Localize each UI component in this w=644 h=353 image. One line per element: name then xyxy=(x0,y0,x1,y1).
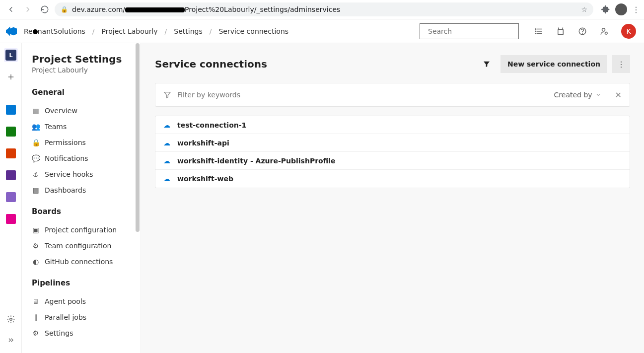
browser-chrome: 🔒 dev.azure.com/Project%20Labourly/_sett… xyxy=(0,0,644,19)
created-by-label: Created by xyxy=(554,91,592,99)
profile-avatar[interactable] xyxy=(615,3,627,15)
svg-rect-19 xyxy=(6,148,16,158)
extensions-icon[interactable] xyxy=(601,5,610,14)
section-boards: Boards xyxy=(32,207,141,216)
clear-filter-icon[interactable]: ✕ xyxy=(615,90,622,100)
svg-point-12 xyxy=(605,32,608,34)
url-text: dev.azure.com/Project%20Labourly/_settin… xyxy=(72,5,577,13)
breadcrumb-org[interactable]: RenantSolutions xyxy=(24,27,85,35)
sidebar-item-github[interactable]: ◐GitHub connections xyxy=(32,254,141,270)
forward-button[interactable] xyxy=(21,2,35,16)
user-avatar[interactable]: K xyxy=(621,24,636,39)
teams-icon: 👥 xyxy=(32,123,40,131)
agent-icon: 🖥 xyxy=(32,297,40,305)
user-settings-icon[interactable] xyxy=(599,26,609,36)
global-search[interactable] xyxy=(420,23,519,39)
new-service-connection-button[interactable]: New service connection xyxy=(501,55,607,73)
cloud-icon: ☁ xyxy=(163,175,170,183)
funnel-icon xyxy=(163,91,171,99)
project-config-icon: ▣ xyxy=(32,226,40,234)
sidebar-item-overview[interactable]: ▦Overview xyxy=(32,103,141,119)
breadcrumb: RenantSolutions / Project Labourly / Set… xyxy=(24,27,288,35)
page-subtitle: Project Labourly xyxy=(32,66,141,74)
connection-name: workshift-api xyxy=(177,139,229,147)
svg-point-23 xyxy=(9,318,12,321)
azure-devops-logo-icon[interactable] xyxy=(6,26,17,37)
rail-settings-icon[interactable] xyxy=(4,312,18,326)
sidebar-item-permissions[interactable]: 🔒Permissions xyxy=(32,135,141,150)
svg-point-11 xyxy=(602,28,605,31)
rail-project-icon[interactable]: L xyxy=(4,48,18,62)
connection-row[interactable]: ☁ workshift-api xyxy=(155,134,630,152)
sidebar-item-pipeline-settings[interactable]: ⚙Settings xyxy=(32,325,141,341)
rail-add-icon[interactable] xyxy=(4,70,18,84)
overview-icon: ▦ xyxy=(32,107,40,115)
svg-rect-17 xyxy=(6,105,16,115)
rail-artifacts-icon[interactable] xyxy=(4,212,18,226)
rail-pipelines-icon[interactable] xyxy=(4,168,18,182)
cloud-icon: ☁ xyxy=(163,157,170,165)
bookmark-star-icon[interactable]: ☆ xyxy=(581,5,587,13)
back-button[interactable] xyxy=(4,2,18,16)
svg-text:L: L xyxy=(9,52,12,59)
connection-row[interactable]: ☁ workshift-web xyxy=(155,170,630,188)
svg-point-10 xyxy=(582,33,583,33)
marketplace-icon[interactable] xyxy=(556,26,566,36)
connection-name: workshift-web xyxy=(177,175,233,183)
section-pipelines: Pipelines xyxy=(32,279,141,287)
svg-point-5 xyxy=(535,28,536,29)
address-bar[interactable]: 🔒 dev.azure.com/Project%20Labourly/_sett… xyxy=(55,2,593,16)
section-general: General xyxy=(32,88,141,97)
lock-icon: 🔒 xyxy=(61,6,68,13)
reload-button[interactable] xyxy=(38,2,52,16)
sidebar-item-dashboards[interactable]: ▤Dashboards xyxy=(32,182,141,198)
github-icon: ◐ xyxy=(32,258,40,266)
svg-rect-21 xyxy=(6,192,16,202)
page-title: Project Settings xyxy=(32,53,141,65)
filter-bar: Created by ✕ xyxy=(155,83,630,107)
svg-rect-8 xyxy=(558,29,564,35)
breadcrumb-project[interactable]: Project Labourly xyxy=(102,27,158,35)
team-config-icon: ⚙ xyxy=(32,242,40,250)
sidebar-item-project-config[interactable]: ▣Project configuration xyxy=(32,222,141,238)
sidebar-item-service-hooks[interactable]: ⚓Service hooks xyxy=(32,166,141,182)
svg-point-7 xyxy=(535,33,536,34)
filter-icon[interactable] xyxy=(478,55,496,73)
main-title: Service connections xyxy=(155,58,267,70)
created-by-dropdown[interactable]: Created by xyxy=(554,91,601,99)
rail-boards-icon[interactable] xyxy=(4,125,18,139)
rail-testplans-icon[interactable] xyxy=(4,190,18,204)
main-content: Service connections New service connecti… xyxy=(141,43,644,353)
hook-icon: ⚓ xyxy=(32,170,40,178)
breadcrumb-sep: / xyxy=(92,27,95,35)
connection-row[interactable]: ☁ workshift-identity - Azure-PublishProf… xyxy=(155,152,630,170)
svg-rect-22 xyxy=(6,214,16,224)
chevron-down-icon xyxy=(595,92,601,98)
svg-rect-18 xyxy=(6,127,16,137)
rail-overview-icon[interactable] xyxy=(4,103,18,117)
cloud-icon: ☁ xyxy=(163,139,170,147)
connections-list: ☁ test-connection-1 ☁ workshift-api ☁ wo… xyxy=(155,116,630,188)
more-actions-button[interactable]: ⋮ xyxy=(612,55,630,73)
sidebar-item-team-config[interactable]: ⚙Team configuration xyxy=(32,238,141,254)
sidebar-item-notifications[interactable]: 💬Notifications xyxy=(32,150,141,166)
sidebar-item-parallel-jobs[interactable]: ∥Parallel jobs xyxy=(32,309,141,325)
nav-rail: L xyxy=(0,43,22,353)
sidebar-item-agent-pools[interactable]: 🖥Agent pools xyxy=(32,293,141,309)
search-input[interactable] xyxy=(428,27,514,35)
parallel-icon: ∥ xyxy=(32,313,40,321)
rail-expand-icon[interactable] xyxy=(4,333,18,347)
breadcrumb-current[interactable]: Service connections xyxy=(218,27,288,35)
azure-header: RenantSolutions / Project Labourly / Set… xyxy=(0,19,644,43)
connection-row[interactable]: ☁ test-connection-1 xyxy=(155,116,630,134)
chrome-menu-icon[interactable]: ⋮ xyxy=(632,5,640,14)
help-icon[interactable] xyxy=(577,26,587,36)
lock-icon: 🔒 xyxy=(32,139,40,146)
work-items-icon[interactable] xyxy=(534,26,544,36)
dashboard-icon: ▤ xyxy=(32,186,40,194)
filter-input[interactable] xyxy=(177,91,548,99)
breadcrumb-settings[interactable]: Settings xyxy=(174,27,202,35)
sidebar-item-teams[interactable]: 👥Teams xyxy=(32,119,141,135)
rail-repos-icon[interactable] xyxy=(4,146,18,160)
svg-rect-20 xyxy=(6,170,16,180)
